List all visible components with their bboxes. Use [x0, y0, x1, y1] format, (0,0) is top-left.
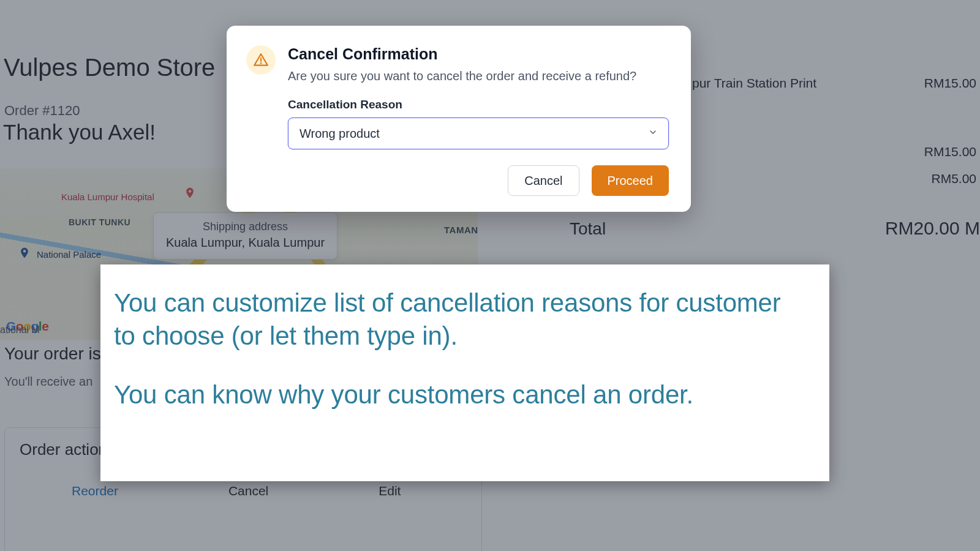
cancel-button[interactable]: Cancel [508, 165, 579, 196]
marketing-annotation: You can customize list of cancellation r… [100, 264, 829, 481]
warning-icon [246, 45, 276, 75]
proceed-button[interactable]: Proceed [592, 165, 669, 196]
cancel-confirmation-modal: Cancel Confirmation Are you sure you wan… [227, 26, 691, 212]
annotation-line-2: You can know why your customers cancel a… [114, 378, 805, 411]
annotation-line-1: You can customize list of cancellation r… [114, 287, 805, 353]
modal-title: Cancel Confirmation [288, 45, 669, 63]
cancellation-reason-select[interactable]: Wrong product [288, 118, 669, 149]
modal-description: Are you sure you want to cancel the orde… [288, 69, 669, 83]
reason-field-label: Cancellation Reason [288, 98, 669, 111]
svg-point-1 [260, 62, 262, 64]
